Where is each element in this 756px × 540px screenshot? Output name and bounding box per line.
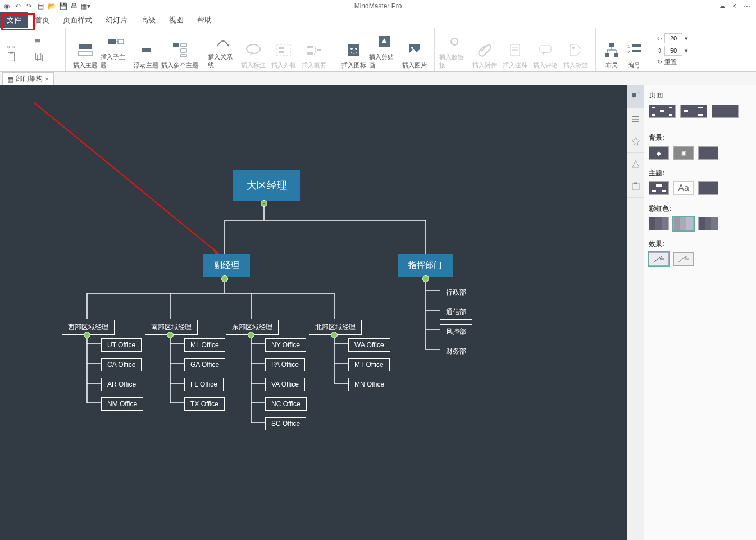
insert-callout-button[interactable]: 插入标注 xyxy=(238,30,268,70)
mindmap-leaf[interactable]: VA Office xyxy=(265,378,305,391)
copy-icon[interactable] xyxy=(33,51,46,63)
layout-option[interactable] xyxy=(649,105,676,118)
theme-font-option[interactable]: Aa xyxy=(673,181,694,195)
mindmap-leaf[interactable]: FL Office xyxy=(184,378,224,391)
sidetab-outline[interactable] xyxy=(627,108,644,130)
floating-icon xyxy=(137,41,155,59)
redo-icon[interactable]: ↷ xyxy=(25,2,34,11)
collapse-toggle[interactable]: − xyxy=(261,200,267,207)
sidetab-task[interactable] xyxy=(627,175,644,198)
effect-option[interactable] xyxy=(649,252,669,266)
bg-option[interactable]: ▣ xyxy=(673,146,694,160)
new-icon[interactable]: ▤ xyxy=(36,2,45,11)
menu-help[interactable]: 帮助 xyxy=(190,12,218,28)
globe-icon[interactable]: ◉ xyxy=(2,2,11,11)
mindmap-leaf[interactable]: GA Office xyxy=(184,358,225,371)
insert-comment-button[interactable]: 插入评论 xyxy=(530,30,561,70)
mindmap-leaf[interactable]: NM Office xyxy=(101,397,143,411)
sidetab-iconlib[interactable] xyxy=(627,130,644,153)
export-icon[interactable]: ▦▾ xyxy=(81,2,90,11)
rainbow-option[interactable] xyxy=(649,217,669,230)
bg-option[interactable]: ◆ xyxy=(649,146,669,160)
insert-note-button[interactable]: 插入注释 xyxy=(500,30,530,70)
stepper-icon[interactable]: ▾ xyxy=(685,35,688,42)
insert-subtopic-button[interactable]: 插入子主题 xyxy=(101,30,131,70)
menu-slideshow[interactable]: 幻灯片 xyxy=(99,12,134,28)
mindmap-sub-assistant[interactable]: 副经理 xyxy=(203,254,250,277)
stepper-icon[interactable]: ▾ xyxy=(685,47,688,55)
open-icon[interactable]: 📂 xyxy=(47,2,56,11)
insert-summary-button[interactable]: 插入概要 xyxy=(299,30,329,70)
svg-rect-38 xyxy=(614,53,618,57)
collapse-toggle[interactable]: − xyxy=(167,332,174,338)
layout-button[interactable]: 布局 xyxy=(600,30,623,70)
mindmap-leaf[interactable]: 财务部 xyxy=(440,344,472,359)
mindmap-leaf[interactable]: AR Office xyxy=(101,378,142,391)
panel-section-background: 背景: ◆ ▣ xyxy=(649,133,752,160)
menu-pagestyle[interactable]: 页面样式 xyxy=(56,12,99,28)
rainbow-option[interactable] xyxy=(673,217,694,230)
print-icon[interactable]: 🖶 xyxy=(70,2,79,11)
sidetab-format[interactable] xyxy=(627,85,644,108)
insert-topic-button[interactable]: 插入主题 xyxy=(70,30,101,70)
paste-icon[interactable] xyxy=(4,51,18,63)
mindmap-leaf[interactable]: ML Office xyxy=(184,338,225,352)
mindmap-root[interactable]: 大区经理 xyxy=(233,170,300,201)
mindmap-leaf[interactable]: TX Office xyxy=(184,397,225,411)
collapse-toggle[interactable]: − xyxy=(221,275,228,282)
collapse-toggle[interactable]: − xyxy=(84,332,90,338)
mindmap-leaf[interactable]: MT Office xyxy=(348,358,390,371)
reset-button[interactable]: ↻ 重置 xyxy=(657,58,688,66)
rainbow-option[interactable] xyxy=(698,217,718,230)
collapse-toggle[interactable]: − xyxy=(331,332,338,338)
canvas[interactable]: 大区经理 − 副经理 − 指挥部门 − 西部区域经理 − 南部区域经理 − 东部… xyxy=(0,85,627,540)
cloud-icon[interactable]: ☁ xyxy=(718,2,727,11)
mindmap-leaf[interactable]: 风控部 xyxy=(440,324,472,339)
sidetab-clipart[interactable] xyxy=(627,153,644,175)
mindmap-leaf[interactable]: NC Office xyxy=(265,397,307,411)
collapse-toggle[interactable]: − xyxy=(248,332,254,338)
layout-option[interactable] xyxy=(712,105,739,118)
bg-option[interactable] xyxy=(698,146,718,160)
insert-image-button[interactable]: 插入图片 xyxy=(399,30,430,70)
insert-clipart-button[interactable]: 插入剪贴画 xyxy=(369,30,399,70)
undo-icon[interactable]: ↶ xyxy=(13,2,22,11)
mindmap-leaf[interactable]: NY Office xyxy=(265,338,306,352)
insert-boundary-button[interactable]: 插入外框 xyxy=(268,30,299,70)
cut-icon[interactable] xyxy=(4,37,18,49)
mindmap-leaf[interactable]: 通信部 xyxy=(440,305,472,320)
insert-icon-button[interactable]: 插入图标 xyxy=(339,30,369,70)
theme-option[interactable] xyxy=(649,181,669,195)
effect-option[interactable] xyxy=(673,252,694,266)
floating-topic-button[interactable]: 浮动主题 xyxy=(131,30,161,70)
share-icon[interactable]: < xyxy=(730,2,739,11)
format-painter-icon[interactable] xyxy=(33,37,46,49)
collapse-toggle[interactable]: − xyxy=(422,275,429,282)
mindmap-leaf[interactable]: UT Office xyxy=(101,338,142,352)
theme-option[interactable] xyxy=(698,181,718,195)
save-icon[interactable]: 💾 xyxy=(58,2,67,11)
more-icon[interactable]: ⋯ xyxy=(743,2,752,11)
insert-attachment-button[interactable]: 插入附件 xyxy=(470,30,500,70)
document-tab[interactable]: ▦ 部门架构 × xyxy=(2,72,54,85)
menu-view[interactable]: 视图 xyxy=(162,12,190,28)
mindmap-sub-command[interactable]: 指挥部门 xyxy=(398,254,453,277)
hspacing-input[interactable] xyxy=(664,33,682,43)
mindmap-leaf[interactable]: CA Office xyxy=(101,358,142,371)
close-icon[interactable]: × xyxy=(45,75,49,83)
mindmap-leaf[interactable]: WA Office xyxy=(348,338,390,352)
layout-option[interactable] xyxy=(680,105,707,118)
vspacing-input[interactable] xyxy=(664,46,682,56)
insert-tag-button[interactable]: 插入标签 xyxy=(561,30,591,70)
mindmap-leaf[interactable]: MN Office xyxy=(348,378,390,391)
insert-hyperlink-button[interactable]: 插入超链接 xyxy=(439,30,470,70)
mindmap-leaf[interactable]: PA Office xyxy=(265,358,305,371)
mindmap-leaf[interactable]: SC Office xyxy=(265,417,306,430)
ribbon-label: 插入标签 xyxy=(563,61,588,70)
insert-relation-button[interactable]: 插入关系线 xyxy=(208,30,238,70)
mindmap-leaf[interactable]: 行政部 xyxy=(440,285,472,300)
menu-advanced[interactable]: 高级 xyxy=(134,12,162,28)
insert-multiple-button[interactable]: 插入多个主题 xyxy=(161,30,198,70)
svg-rect-96 xyxy=(698,107,703,108)
numbering-button[interactable]: 12 编号 xyxy=(623,30,645,70)
